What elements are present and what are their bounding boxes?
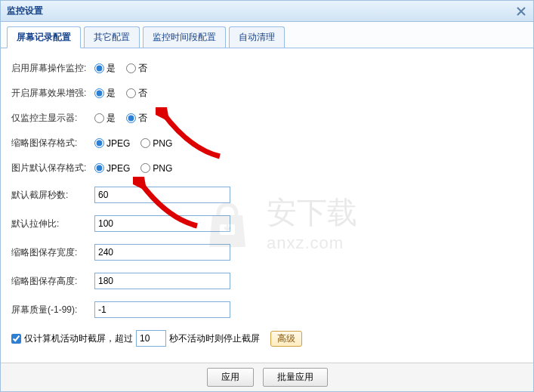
- activity-prefix: 仅计算机活动时截屏，超过: [24, 332, 133, 345]
- footer: 应用 批量应用: [1, 363, 533, 391]
- row-thumb-format: 缩略图保存格式: JPEG PNG: [11, 137, 523, 150]
- activity-suffix: 秒不活动时则停止截屏: [169, 332, 260, 345]
- radio-enable-yes[interactable]: 是: [94, 62, 116, 75]
- radio-group-main-display: 是 否: [94, 112, 147, 125]
- radio-main-no[interactable]: 否: [126, 112, 147, 125]
- row-enable-monitor: 启用屏幕操作监控: 是 否: [11, 62, 523, 75]
- radio-default-jpeg[interactable]: JPEG: [94, 163, 130, 174]
- input-quality[interactable]: [94, 301, 230, 318]
- row-enhance: 开启屏幕效果增强: 是 否: [11, 87, 523, 100]
- batch-apply-button[interactable]: 批量应用: [263, 368, 328, 387]
- label-enable-monitor: 启用屏幕操作监控:: [11, 62, 94, 75]
- advanced-button[interactable]: 高级: [270, 331, 302, 347]
- row-thumb-height: 缩略图保存高度:: [11, 273, 523, 289]
- row-seconds: 默认截屏秒数:: [11, 187, 523, 203]
- radio-enhance-no[interactable]: 否: [126, 87, 147, 100]
- window-title: 监控设置: [7, 5, 43, 17]
- label-thumb-width: 缩略图保存宽度:: [11, 246, 94, 259]
- close-icon: [516, 6, 526, 17]
- row-main-display: 仅监控主显示器: 是 否: [11, 112, 523, 125]
- checkbox-activity[interactable]: [11, 334, 21, 344]
- row-quality: 屏幕质量(-1-99):: [11, 301, 523, 318]
- label-quality: 屏幕质量(-1-99):: [11, 304, 94, 316]
- input-seconds[interactable]: [94, 187, 230, 203]
- radio-thumb-jpeg[interactable]: JPEG: [94, 138, 130, 149]
- tab-time-range[interactable]: 监控时间段配置: [143, 26, 226, 48]
- row-stretch: 默认拉伸比:: [11, 215, 523, 232]
- input-stretch[interactable]: [94, 215, 230, 232]
- tab-auto-clean[interactable]: 自动清理: [229, 26, 285, 48]
- label-thumb-format: 缩略图保存格式:: [11, 137, 94, 150]
- tab-other[interactable]: 其它配置: [84, 26, 140, 48]
- label-main-display: 仅监控主显示器:: [11, 112, 94, 125]
- label-stretch: 默认拉伸比:: [11, 218, 94, 230]
- settings-window: 监控设置 屏幕记录配置 其它配置 监控时间段配置 自动清理 启用屏幕操作监控: …: [0, 0, 534, 392]
- input-thumb-height[interactable]: [94, 273, 230, 289]
- close-button[interactable]: [514, 4, 529, 19]
- row-thumb-width: 缩略图保存宽度:: [11, 244, 523, 261]
- row-activity: 仅计算机活动时截屏，超过 秒不活动时则停止截屏 高级: [11, 330, 523, 347]
- radio-group-default-format: JPEG PNG: [94, 163, 172, 174]
- label-seconds: 默认截屏秒数:: [11, 189, 94, 202]
- tabs: 屏幕记录配置 其它配置 监控时间段配置 自动清理: [1, 22, 533, 48]
- tab-screen-record[interactable]: 屏幕记录配置: [7, 26, 81, 48]
- radio-thumb-png[interactable]: PNG: [140, 138, 172, 149]
- input-activity-seconds[interactable]: [136, 330, 166, 347]
- apply-button[interactable]: 应用: [207, 368, 254, 387]
- input-thumb-width[interactable]: [94, 244, 230, 261]
- label-enhance: 开启屏幕效果增强:: [11, 87, 94, 100]
- radio-group-enable-monitor: 是 否: [94, 62, 147, 75]
- radio-enable-no[interactable]: 否: [126, 62, 147, 75]
- titlebar: 监控设置: [1, 1, 533, 22]
- radio-enhance-yes[interactable]: 是: [94, 87, 116, 100]
- radio-main-yes[interactable]: 是: [94, 112, 116, 125]
- label-thumb-height: 缩略图保存高度:: [11, 275, 94, 288]
- label-default-format: 图片默认保存格式:: [11, 162, 94, 174]
- radio-group-thumb-format: JPEG PNG: [94, 138, 172, 149]
- radio-group-enhance: 是 否: [94, 87, 147, 100]
- radio-default-png[interactable]: PNG: [140, 163, 172, 174]
- tab-content: 启用屏幕操作监控: 是 否 开启屏幕效果增强: 是 否 仅监控主显示器: 是 否…: [1, 48, 533, 365]
- row-default-format: 图片默认保存格式: JPEG PNG: [11, 162, 523, 174]
